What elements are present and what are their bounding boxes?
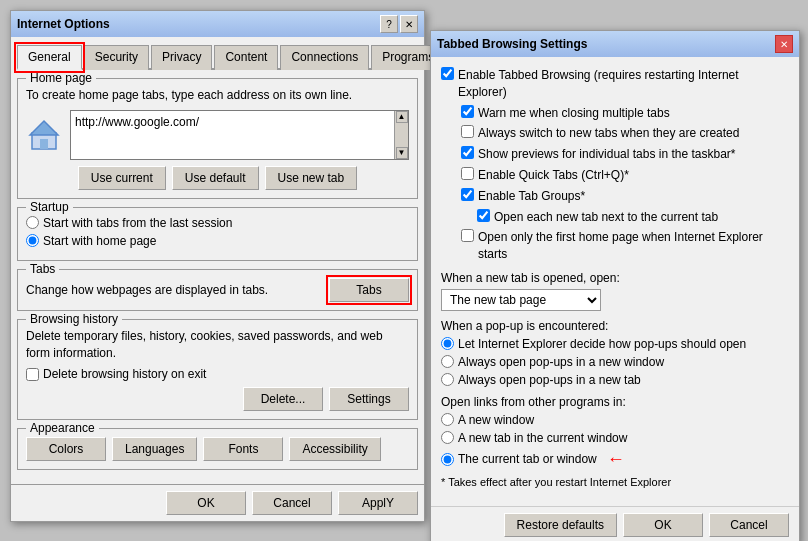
homepage-input-row: ▲ ▼: [26, 110, 409, 160]
enable-tabbed-browsing-row: Enable Tabbed Browsing (requires restart…: [441, 67, 789, 101]
popup-new-tab-radio[interactable]: [441, 373, 454, 386]
always-switch-new-tabs-row: Always switch to new tabs when they are …: [441, 125, 789, 142]
open-each-new-tab-row: Open each new tab next to the current ta…: [441, 209, 789, 226]
open-first-home-page-checkbox[interactable]: [461, 229, 474, 242]
tabbed-titlebar-controls: ✕: [775, 35, 793, 53]
links-new-window-label: A new window: [458, 413, 534, 427]
enable-tabbed-browsing-label: Enable Tabbed Browsing (requires restart…: [458, 67, 789, 101]
tabs-description: Change how webpages are displayed in tab…: [26, 283, 268, 297]
open-links-label: Open links from other programs in:: [441, 395, 789, 409]
homepage-url-input[interactable]: [73, 113, 392, 131]
startup-radio-lastsession-input[interactable]: [26, 216, 39, 229]
popup-ie-decide-radio[interactable]: [441, 337, 454, 350]
tabbed-browsing-title: Tabbed Browsing Settings: [437, 37, 587, 51]
tabbed-browsing-content: Enable Tabbed Browsing (requires restart…: [431, 57, 799, 506]
homepage-buttons: Use current Use default Use new tab: [26, 166, 409, 190]
colors-button[interactable]: Colors: [26, 437, 106, 461]
browsing-history-group: Browsing history Delete temporary files,…: [17, 319, 418, 421]
enable-tab-groups-label: Enable Tab Groups*: [478, 188, 585, 205]
delete-on-exit-row: Delete browsing history on exit: [26, 367, 409, 381]
startup-radio-homepage: Start with home page: [26, 234, 409, 248]
tabbed-cancel-button[interactable]: Cancel: [709, 513, 789, 537]
popup-new-window-label: Always open pop-ups in a new window: [458, 355, 664, 369]
languages-button[interactable]: Languages: [112, 437, 197, 461]
svg-rect-2: [40, 139, 48, 149]
tab-content[interactable]: Content: [214, 45, 278, 70]
ok-button[interactable]: OK: [166, 491, 246, 515]
always-switch-new-tabs-label: Always switch to new tabs when they are …: [478, 125, 739, 142]
apply-button[interactable]: ApplY: [338, 491, 418, 515]
titlebar-controls: ? ✕: [380, 15, 418, 33]
always-switch-new-tabs-checkbox[interactable]: [461, 125, 474, 138]
new-tab-dropdown[interactable]: The new tab page A blank page Your first…: [441, 289, 601, 311]
tab-connections[interactable]: Connections: [280, 45, 369, 70]
accessibility-button[interactable]: Accessibility: [289, 437, 380, 461]
homepage-input-wrapper: ▲ ▼: [70, 110, 409, 160]
links-new-tab-label: A new tab in the current window: [458, 431, 627, 445]
popup-ie-decide-label: Let Internet Explorer decide how pop-ups…: [458, 337, 746, 351]
popup-new-tab-row: Always open pop-ups in a new tab: [441, 373, 789, 387]
startup-group: Startup Start with tabs from the last se…: [17, 207, 418, 261]
homepage-description: To create home page tabs, type each addr…: [26, 87, 409, 104]
new-tab-opened-label: When a new tab is opened, open:: [441, 271, 789, 285]
show-previews-checkbox[interactable]: [461, 146, 474, 159]
fonts-button[interactable]: Fonts: [203, 437, 283, 461]
home-icon: [26, 117, 62, 153]
startup-lastsession-label: Start with tabs from the last session: [43, 216, 232, 230]
appearance-buttons: Colors Languages Fonts Accessibility: [26, 437, 409, 461]
warn-closing-tabs-checkbox[interactable]: [461, 105, 474, 118]
show-previews-row: Show previews for individual tabs in the…: [441, 146, 789, 163]
tab-security[interactable]: Security: [84, 45, 149, 70]
homepage-group: Home page To create home page tabs, type…: [17, 78, 418, 199]
popup-new-window-radio[interactable]: [441, 355, 454, 368]
enable-tab-groups-checkbox[interactable]: [461, 188, 474, 201]
startup-homepage-label: Start with home page: [43, 234, 156, 248]
scroll-up[interactable]: ▲: [396, 111, 408, 123]
tabs-row: Change how webpages are displayed in tab…: [26, 278, 409, 302]
popup-new-tab-label: Always open pop-ups in a new tab: [458, 373, 641, 387]
tabbed-close-button[interactable]: ✕: [775, 35, 793, 53]
use-default-button[interactable]: Use default: [172, 166, 259, 190]
popup-ie-decide-row: Let Internet Explorer decide how pop-ups…: [441, 337, 789, 351]
tabbed-ok-button[interactable]: OK: [623, 513, 703, 537]
warn-closing-tabs-label: Warn me when closing multiple tabs: [478, 105, 670, 122]
use-current-button[interactable]: Use current: [78, 166, 166, 190]
enable-quick-tabs-checkbox[interactable]: [461, 167, 474, 180]
delete-on-exit-checkbox[interactable]: [26, 368, 39, 381]
appearance-group: Appearance Colors Languages Fonts Access…: [17, 428, 418, 470]
browsing-history-label: Browsing history: [26, 312, 122, 326]
scrollbar: ▲ ▼: [394, 111, 408, 159]
enable-quick-tabs-row: Enable Quick Tabs (Ctrl+Q)*: [441, 167, 789, 184]
tab-bar: General Security Privacy Content Connect…: [17, 43, 418, 70]
close-button[interactable]: ✕: [400, 15, 418, 33]
new-tab-dropdown-row: The new tab page A blank page Your first…: [441, 289, 789, 311]
open-first-home-page-label: Open only the first home page when Inter…: [478, 229, 789, 263]
help-button[interactable]: ?: [380, 15, 398, 33]
use-new-tab-button[interactable]: Use new tab: [265, 166, 358, 190]
tab-general[interactable]: General: [17, 45, 82, 70]
tabs-group: Tabs Change how webpages are displayed i…: [17, 269, 418, 311]
cancel-button[interactable]: Cancel: [252, 491, 332, 515]
links-new-tab-radio[interactable]: [441, 431, 454, 444]
enable-tabbed-browsing-checkbox[interactable]: [441, 67, 454, 80]
restore-defaults-button[interactable]: Restore defaults: [504, 513, 617, 537]
startup-radio-homepage-input[interactable]: [26, 234, 39, 247]
warn-closing-tabs-row: Warn me when closing multiple tabs: [441, 105, 789, 122]
internet-options-content: General Security Privacy Content Connect…: [11, 37, 424, 484]
appearance-label: Appearance: [26, 421, 99, 435]
delete-button[interactable]: Delete...: [243, 387, 323, 411]
open-first-home-page-row: Open only the first home page when Inter…: [441, 229, 789, 263]
startup-label: Startup: [26, 200, 73, 214]
scroll-down[interactable]: ▼: [396, 147, 408, 159]
internet-options-dialog: Internet Options ? ✕ General Security Pr…: [10, 10, 425, 522]
tab-privacy[interactable]: Privacy: [151, 45, 212, 70]
links-new-window-radio[interactable]: [441, 413, 454, 426]
dialog-bottom: OK Cancel ApplY: [11, 484, 424, 521]
history-buttons: Delete... Settings: [26, 387, 409, 411]
links-current-tab-radio[interactable]: [441, 453, 454, 466]
tabs-button[interactable]: Tabs: [329, 278, 409, 302]
enable-quick-tabs-label: Enable Quick Tabs (Ctrl+Q)*: [478, 167, 629, 184]
arrow-annotation: ←: [607, 449, 625, 470]
settings-button[interactable]: Settings: [329, 387, 409, 411]
open-each-new-tab-checkbox[interactable]: [477, 209, 490, 222]
